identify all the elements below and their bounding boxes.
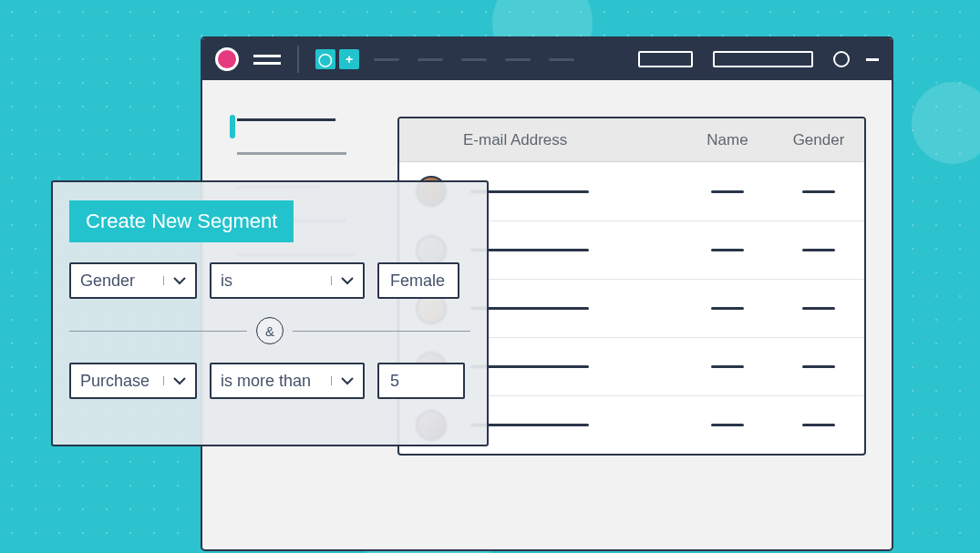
- toolbar-quick-buttons: ◯ +: [315, 49, 359, 69]
- brand-dot-icon: [215, 47, 239, 71]
- hamburger-icon[interactable]: [253, 55, 281, 65]
- value-input-text: Female: [390, 271, 445, 291]
- gender-placeholder: [802, 307, 835, 310]
- field-select-label: Gender: [80, 271, 154, 291]
- toolbar-item[interactable]: [374, 58, 399, 61]
- value-input[interactable]: 5: [377, 363, 465, 399]
- toolbar-button-plus[interactable]: +: [339, 49, 359, 69]
- table-header-name: Name: [682, 131, 773, 149]
- toolbar-item[interactable]: [505, 58, 531, 61]
- sidebar-active-indicator: [230, 115, 235, 138]
- value-input-text: 5: [390, 372, 399, 391]
- name-placeholder: [711, 307, 744, 310]
- profile-icon[interactable]: [833, 51, 850, 67]
- and-badge[interactable]: &: [256, 317, 284, 344]
- field-select[interactable]: Gender: [69, 262, 197, 299]
- name-placeholder: [711, 365, 744, 368]
- toolbar-item[interactable]: [418, 58, 443, 61]
- condition-row: Purchase is more than 5: [69, 363, 470, 399]
- table-header-email: E-mail Address: [463, 131, 682, 149]
- gender-placeholder: [802, 365, 835, 368]
- chevron-down-icon: [331, 376, 354, 385]
- gender-placeholder: [802, 190, 835, 193]
- toolbar-item[interactable]: [461, 58, 487, 61]
- divider: [297, 46, 299, 73]
- gender-placeholder: [802, 424, 835, 426]
- field-select[interactable]: Purchase: [69, 363, 197, 399]
- minimize-icon[interactable]: [866, 58, 879, 61]
- condition-joiner: &: [69, 317, 470, 344]
- toolbar-button-circle[interactable]: ◯: [315, 49, 335, 69]
- operator-select[interactable]: is: [210, 262, 365, 299]
- decorative-bubble: [912, 82, 980, 164]
- chevron-down-icon: [163, 376, 186, 385]
- toolbar-field[interactable]: [638, 51, 693, 67]
- create-segment-button[interactable]: Create New Segment: [69, 200, 294, 242]
- value-input[interactable]: Female: [377, 262, 459, 299]
- titlebar: ◯ +: [202, 38, 892, 80]
- table-header: E-mail Address Name Gender: [399, 118, 864, 162]
- toolbar-item[interactable]: [549, 58, 574, 61]
- segment-builder-panel: Create New Segment Gender is Female & Pu…: [51, 180, 489, 446]
- name-placeholder: [711, 424, 744, 426]
- condition-row: Gender is Female: [69, 262, 470, 299]
- chevron-down-icon: [331, 276, 354, 285]
- operator-select-label: is: [221, 271, 322, 291]
- operator-select-label: is more than: [221, 372, 322, 391]
- table-header-gender: Gender: [773, 131, 864, 149]
- field-select-label: Purchase: [80, 372, 154, 391]
- chevron-down-icon: [163, 276, 186, 285]
- sidebar-item[interactable]: [237, 152, 346, 155]
- toolbar-field[interactable]: [713, 51, 813, 67]
- name-placeholder: [711, 249, 744, 251]
- name-placeholder: [711, 190, 744, 193]
- operator-select[interactable]: is more than: [210, 363, 365, 399]
- sidebar-item[interactable]: [237, 118, 335, 121]
- gender-placeholder: [802, 249, 835, 251]
